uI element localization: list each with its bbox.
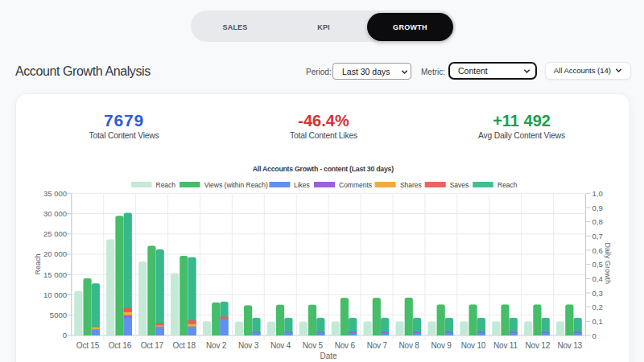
- svg-text:Nov 6: Nov 6: [335, 341, 356, 350]
- svg-text:0,2: 0,2: [592, 302, 603, 311]
- svg-text:1,0: 1,0: [592, 189, 603, 198]
- svg-text:Likes: Likes: [294, 181, 310, 189]
- svg-text:Oct 18: Oct 18: [173, 341, 196, 350]
- svg-text:20 000: 20 000: [43, 249, 67, 258]
- svg-text:30 000: 30 000: [43, 209, 67, 218]
- svg-text:Nov 9: Nov 9: [431, 341, 452, 350]
- svg-text:Oct 17: Oct 17: [141, 341, 164, 350]
- svg-text:0,4: 0,4: [592, 274, 603, 283]
- svg-text:15 000: 15 000: [43, 270, 67, 279]
- svg-text:0: 0: [63, 331, 67, 339]
- svg-text:0,3: 0,3: [592, 289, 603, 298]
- svg-text:Views (within Reach): Views (within Reach): [204, 181, 268, 189]
- svg-text:Oct 15: Oct 15: [76, 341, 100, 350]
- svg-text:0,9: 0,9: [592, 204, 603, 212]
- svg-text:35 000: 35 000: [43, 189, 67, 198]
- svg-text:0,7: 0,7: [592, 232, 603, 241]
- svg-text:Comments: Comments: [339, 181, 372, 189]
- svg-text:0,1: 0,1: [592, 317, 603, 326]
- svg-text:Nov 12: Nov 12: [526, 341, 551, 350]
- svg-text:Nov 2: Nov 2: [206, 341, 227, 350]
- svg-text:Oct 16: Oct 16: [109, 341, 132, 350]
- svg-text:Daily Growth: Daily Growth: [604, 243, 612, 285]
- svg-text:All Accounts Growth - content: All Accounts Growth - content (Last 30 d…: [253, 165, 394, 173]
- svg-text:Nov 10: Nov 10: [461, 341, 486, 350]
- svg-text:Nov 7: Nov 7: [367, 341, 388, 350]
- svg-text:5000: 5000: [50, 311, 67, 319]
- svg-text:25 000: 25 000: [43, 229, 67, 238]
- svg-text:0,8: 0,8: [592, 217, 603, 226]
- svg-text:Nov 11: Nov 11: [493, 341, 518, 350]
- svg-text:10 000: 10 000: [43, 290, 67, 299]
- svg-text:Saves: Saves: [450, 181, 469, 189]
- svg-text:0: 0: [592, 331, 597, 340]
- svg-text:0,6: 0,6: [592, 246, 603, 255]
- svg-text:Nov 3: Nov 3: [238, 341, 259, 350]
- svg-text:Nov 8: Nov 8: [399, 341, 420, 350]
- svg-text:Nov 13: Nov 13: [557, 341, 582, 350]
- svg-text:0,5: 0,5: [592, 260, 603, 269]
- svg-text:Nov 4: Nov 4: [270, 341, 291, 350]
- svg-text:Shares: Shares: [400, 181, 422, 189]
- svg-text:Reach: Reach: [497, 181, 518, 189]
- svg-text:Reach: Reach: [156, 181, 176, 189]
- svg-text:Date: Date: [320, 352, 338, 360]
- svg-text:Nov 5: Nov 5: [303, 341, 324, 350]
- svg-text:Reach: Reach: [34, 253, 42, 274]
